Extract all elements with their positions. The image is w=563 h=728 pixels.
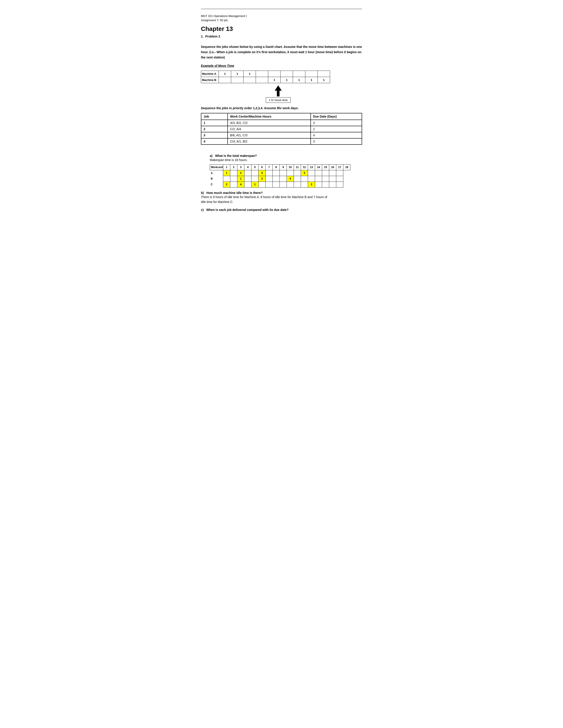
gantt-row: C2413	[210, 182, 351, 187]
gantt-cell	[287, 182, 294, 187]
gantt-cell: 1	[251, 182, 258, 187]
question-b-text: How much machine idle time is there?	[206, 191, 262, 195]
gantt-cell	[322, 182, 329, 187]
mb-cell-9: 1	[318, 77, 330, 83]
move-time-arrow	[274, 85, 283, 96]
gantt-chart: Workcent123456789101112131415161718 A124…	[210, 164, 362, 188]
gantt-cell	[230, 176, 237, 182]
gantt-cell	[273, 170, 280, 176]
gantt-col-12: 12	[301, 164, 308, 170]
gantt-cell	[329, 182, 336, 187]
gantt-col-4: 4	[244, 164, 251, 170]
gantt-row-label: C	[210, 182, 223, 187]
ma-cell-1: 1	[219, 71, 231, 77]
gantt-cell	[230, 182, 237, 187]
gantt-cell	[273, 176, 280, 182]
gantt-cell: 3	[258, 176, 265, 182]
gantt-cell	[280, 176, 287, 182]
gantt-cell: 1	[223, 170, 230, 176]
gantt-col-17: 17	[336, 164, 343, 170]
question-a-block: a) What is the total makespan? Makespan …	[201, 154, 362, 187]
gantt-col-13: 13	[308, 164, 315, 170]
gantt-cell: 4	[287, 176, 294, 182]
gantt-col-11: 11	[294, 164, 301, 170]
jobs-table: Job Work Center/Machine Hours Due Date (…	[201, 113, 362, 145]
gantt-table: Workcent123456789101112131415161718 A124…	[210, 164, 351, 188]
gantt-row-label: A	[210, 170, 223, 176]
jobs-header-job: Job	[201, 113, 227, 120]
question-a-label: a)	[210, 154, 212, 158]
gantt-cell	[301, 176, 308, 182]
ma-cell-5	[268, 71, 280, 77]
example-title: Example of Move Time	[201, 64, 362, 68]
ma-cell-7	[293, 71, 305, 77]
gantt-cell	[258, 182, 265, 187]
gantt-col-15: 15	[322, 164, 329, 170]
gantt-col-10: 10	[287, 164, 294, 170]
gantt-cell: 3	[308, 182, 315, 187]
question-c-label: c)	[201, 208, 203, 212]
ma-cell-6	[280, 71, 293, 77]
instructions-text: Sequence the jobs shown below by using a…	[201, 44, 362, 60]
gantt-cell	[294, 182, 301, 187]
gantt-cell	[223, 176, 230, 182]
gantt-cell	[273, 182, 280, 187]
table-row: 3B/6, A/1, C/34	[201, 132, 362, 138]
gantt-cell	[329, 176, 336, 182]
gantt-cell: 4	[258, 170, 265, 176]
gantt-col-1: 1	[223, 164, 230, 170]
question-c-text: When is each job delivered compared with…	[206, 208, 289, 212]
svg-marker-0	[274, 85, 282, 96]
gantt-cell	[244, 176, 251, 182]
gantt-cell	[265, 170, 273, 176]
gantt-cell	[308, 176, 315, 182]
ma-cell-4	[256, 71, 268, 77]
gantt-cell	[280, 182, 287, 187]
gantt-cell: 1	[237, 176, 244, 182]
assignment-label: Assignment 7; 50 pts	[201, 19, 362, 22]
move-time-table: Machine A 1 1 1 Machine B 1 1 1 1 1	[201, 71, 330, 83]
problem-label: 1. Problem 3	[201, 35, 362, 38]
gantt-cell	[294, 176, 301, 182]
mb-cell-3	[243, 77, 256, 83]
gantt-cell	[322, 176, 329, 182]
gantt-col-3: 3	[237, 164, 244, 170]
mb-cell-7: 1	[293, 77, 305, 83]
ma-cell-3: 1	[243, 71, 256, 77]
gantt-cell	[322, 170, 329, 176]
gantt-cell	[315, 170, 322, 176]
sequence-note: Sequence the jobs in priority order 1,2,…	[201, 106, 362, 110]
table-row: 1A/3, B/2, C/23	[201, 120, 362, 126]
gantt-cell	[280, 170, 287, 176]
gantt-row: B134	[210, 176, 351, 182]
gantt-cell	[251, 170, 258, 176]
table-row: 2C/2, A/42	[201, 126, 362, 132]
gantt-header-workcenter: Workcent	[210, 164, 223, 170]
jobs-header-due: Due Date (Days)	[311, 113, 362, 120]
gantt-cell	[265, 176, 273, 182]
machine-a-label: Machine A	[201, 71, 219, 77]
gantt-cell	[308, 170, 315, 176]
top-divider	[201, 9, 362, 9]
question-b-answer-1: There is 9 hours of idle time for Machin…	[201, 195, 362, 199]
gantt-cell	[336, 182, 343, 187]
mb-cell-4	[256, 77, 268, 83]
move-time-label: 1 hr move time	[266, 97, 291, 103]
gantt-col-7: 7	[265, 164, 273, 170]
gantt-cell	[230, 170, 237, 176]
gantt-row: A1243	[210, 170, 351, 176]
gantt-cell	[294, 170, 301, 176]
gantt-col-2: 2	[230, 164, 237, 170]
gantt-cell	[336, 170, 343, 176]
mb-cell-5: 1	[268, 77, 280, 83]
gantt-cell: 2	[223, 182, 230, 187]
gantt-cell	[251, 176, 258, 182]
gantt-col-14: 14	[315, 164, 322, 170]
question-b-label: b)	[201, 191, 204, 195]
machine-b-label: Machine B	[201, 77, 219, 83]
course-label: MGT 321 Operations Management I	[201, 14, 362, 18]
gantt-col-5: 5	[251, 164, 258, 170]
gantt-col-8: 8	[273, 164, 280, 170]
gantt-col-9: 9	[280, 164, 287, 170]
ma-cell-9	[318, 71, 330, 77]
